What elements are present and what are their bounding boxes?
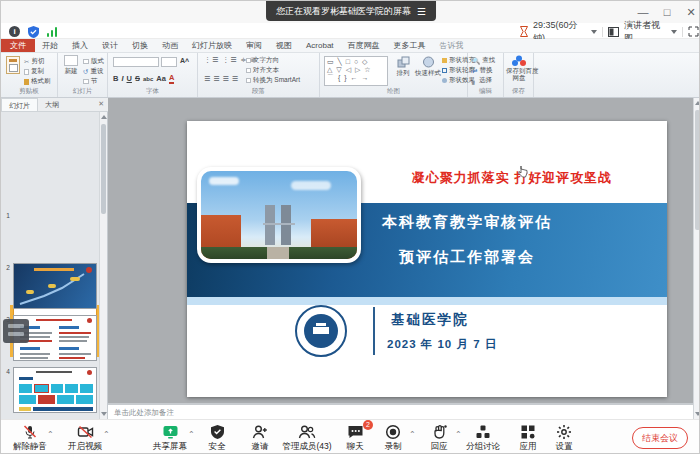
ribbon-group-font: A˄ BIUS abc Aa A 字体: [108, 53, 198, 97]
share-tooltip-text: 您正在观看罗彬基础医学院的屏幕: [276, 5, 411, 18]
tab-baidu-pan[interactable]: 百度网盘: [341, 39, 387, 52]
slide-date: 2023 年 10 月 7 日: [387, 337, 497, 352]
network-signal-icon[interactable]: [47, 26, 59, 37]
tab-file[interactable]: 文件: [1, 39, 35, 52]
ribbon-group-paragraph: ⋮☰ ⋮☰ ≑ ≣ ☰☰☰☰ 文字方向 对齐文本 转换为 SmartArt 段落: [198, 53, 320, 97]
align-buttons[interactable]: ☰☰☰☰: [204, 75, 241, 83]
floating-overlay[interactable]: [3, 319, 29, 343]
scroll-up-icon[interactable]: [695, 101, 700, 105]
tab-review[interactable]: 审阅: [239, 39, 269, 52]
notes-placeholder[interactable]: 单击此处添加备注: [114, 408, 174, 418]
save-group-label: 保存: [504, 87, 533, 96]
mute-options-chevron[interactable]: ⌃: [47, 430, 54, 439]
slide-thumbnail-4[interactable]: [13, 367, 97, 413]
replace-button[interactable]: ⇄替换: [472, 66, 492, 75]
thumb4-art: [36, 371, 72, 373]
hamburger-icon[interactable]: ☰: [417, 6, 426, 17]
thumb3-art: [59, 347, 79, 350]
copy-button[interactable]: 复制: [24, 67, 44, 76]
scroll-down-icon[interactable]: [695, 412, 700, 416]
cut-button[interactable]: ✂剪切: [24, 57, 44, 66]
panel-close-icon[interactable]: ✕: [94, 98, 108, 111]
grow-shrink-font[interactable]: A˄: [180, 57, 189, 64]
tab-slideshow[interactable]: 幻灯片放映: [185, 39, 239, 52]
thumb3-art: [59, 353, 91, 355]
smartart-button[interactable]: 转换为 SmartArt: [246, 76, 300, 85]
thumb4-art: [19, 384, 93, 393]
font-name-combobox[interactable]: [113, 57, 159, 67]
close-button[interactable]: ✕: [683, 4, 699, 20]
tab-insert[interactable]: 插入: [65, 39, 95, 52]
fullscreen-icon[interactable]: [688, 26, 699, 37]
view-caret-icon[interactable]: [671, 30, 677, 34]
font-style-buttons[interactable]: BIUS abc Aa A: [113, 73, 174, 84]
scroll-up-icon[interactable]: [101, 115, 107, 119]
security-shield-icon[interactable]: [28, 26, 40, 37]
thumb4-art: [87, 370, 92, 375]
shapes-gallery[interactable]: ▭ ╲ □ ○ ◇ △ ▽ ◁ ▷ ☆ ⌒ { } ← →: [324, 56, 388, 86]
section-button[interactable]: 节: [83, 77, 98, 86]
align-text-button[interactable]: 对齐文本: [246, 66, 279, 75]
slides-panel: 幻灯片 大纲 ✕ 1 2: [1, 98, 108, 419]
text-direction-button[interactable]: 文字方向: [246, 56, 279, 65]
tab-design[interactable]: 设计: [95, 39, 125, 52]
meeting-toolbar: 解除静音 ⌃ 开启视频 ⌃ 共享屏幕 ⌃ 安全: [1, 419, 700, 454]
find-button[interactable]: 🔍查找: [472, 56, 495, 65]
slide-dept-name: 基础医学院: [391, 311, 469, 329]
slide-red-slogan: 凝心聚力抓落实 打好迎评攻坚战: [362, 169, 662, 187]
clipboard-group-label: 剪贴板: [1, 87, 57, 96]
manage-members-button[interactable]: 管理成员(43): [278, 424, 336, 453]
tab-view[interactable]: 视图: [269, 39, 299, 52]
scroll-down-icon[interactable]: [101, 412, 107, 416]
ribbon-tab-row: 文件 开始 插入 设计 切换 动画 幻灯片放映 审阅 视图 Acrobat 百度…: [1, 39, 700, 53]
panel-tabs: 幻灯片 大纲 ✕: [1, 98, 108, 112]
slide-thumbnail-2[interactable]: [13, 263, 97, 309]
main-scrollbar[interactable]: [693, 98, 700, 419]
save-to-baidu-button[interactable]: 保存到百度网盘: [506, 55, 532, 81]
font-size-combobox[interactable]: [161, 57, 177, 67]
quick-styles-button[interactable]: 快速样式: [415, 56, 441, 78]
settings-button[interactable]: 设置: [538, 424, 590, 453]
thumb2-art: [14, 264, 97, 309]
ribbon-group-slides: 新建 版式 ↺重设 节 幻灯片: [58, 53, 108, 97]
scroll-thumb[interactable]: [695, 110, 700, 230]
thumb3-art: [36, 319, 72, 321]
end-meeting-button[interactable]: 结束会议: [632, 427, 688, 449]
tab-acrobat[interactable]: Acrobat: [299, 39, 341, 52]
scroll-thumb[interactable]: [101, 124, 106, 214]
format-painter-button[interactable]: 格式刷: [24, 77, 51, 86]
tab-home[interactable]: 开始: [35, 39, 65, 52]
emblem-divider: [373, 307, 375, 355]
notes-pane[interactable]: 单击此处添加备注: [108, 403, 693, 419]
timer-caret-icon[interactable]: [591, 30, 597, 34]
tab-animations[interactable]: 动画: [155, 39, 185, 52]
tab-more-tools[interactable]: 更多工具: [387, 39, 433, 52]
current-slide[interactable]: 凝心聚力抓落实 打好迎评攻坚战 本科教育教学审核评估 预评估工作部署会: [187, 121, 667, 397]
ribbon-group-drawing: ▭ ╲ □ ○ ◇ △ ▽ ◁ ▷ ☆ ⌒ { } ← → 排列 快速样式 形状…: [320, 53, 468, 97]
video-options-chevron[interactable]: ⌃: [103, 430, 110, 439]
panel-tab-outline[interactable]: 大纲: [38, 98, 66, 111]
thumb3-art: [59, 332, 91, 334]
campus-photo: [197, 167, 361, 263]
screen-share-tooltip: 您正在观看罗彬基础医学院的屏幕 ☰: [266, 1, 436, 21]
meeting-info-icon[interactable]: i: [9, 26, 20, 37]
slide-canvas-area: 凝心聚力抓落实 打好迎评攻坚战 本科教育教学审核评估 预评估工作部署会: [108, 98, 693, 403]
arrange-button[interactable]: 排列: [392, 56, 414, 78]
thumb3-art: [59, 326, 79, 329]
reset-button[interactable]: ↺重设: [83, 67, 103, 76]
paste-icon[interactable]: [6, 56, 20, 74]
divider: [602, 27, 603, 37]
new-slide-button[interactable]: 新建: [61, 55, 81, 76]
select-button[interactable]: ▖选择: [472, 76, 492, 85]
college-emblem: [295, 305, 347, 357]
slide-banner-line1: 本科教育教学审核评估: [337, 213, 597, 232]
tab-transitions[interactable]: 切换: [125, 39, 155, 52]
panel-tab-slides[interactable]: 幻灯片: [1, 98, 38, 111]
thumb4-art: [19, 407, 31, 411]
slides-group-label: 幻灯片: [58, 87, 107, 96]
panel-scrollbar[interactable]: [99, 112, 107, 419]
meeting-bar-right: 29:35(60分钟) 演讲者视图: [520, 25, 699, 38]
thumb3-art: [59, 336, 89, 338]
layout-button[interactable]: 版式: [83, 57, 104, 66]
tab-tell-me[interactable]: 告诉我: [433, 39, 471, 52]
